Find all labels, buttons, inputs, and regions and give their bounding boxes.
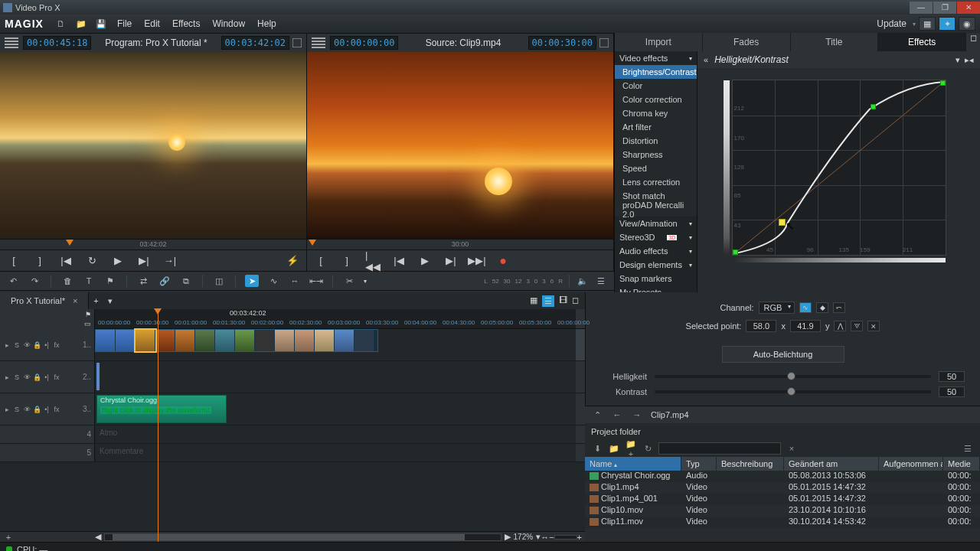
back-icon[interactable]: «: [704, 55, 708, 64]
menu-window[interactable]: Window: [206, 18, 251, 29]
fx-color-correction[interactable]: Color correction: [615, 93, 697, 106]
mark-out-icon[interactable]: ]: [339, 255, 354, 267]
title-icon[interactable]: T: [82, 275, 96, 287]
source-tc-in[interactable]: 00:00:00:00: [330, 36, 398, 50]
col-name[interactable]: Name ▴: [585, 457, 681, 471]
record-icon[interactable]: ●: [495, 255, 511, 267]
fx-color[interactable]: Color: [615, 79, 697, 93]
media-row[interactable]: Clip10.movVideo23.10.2014 10:10:1600:00:: [585, 505, 980, 517]
col-aufgenommen[interactable]: Aufgenommen am: [879, 457, 943, 471]
monitor-max-icon[interactable]: [292, 38, 302, 47]
media-row[interactable]: Clip1.mp4_001Video05.01.2015 14:47:3200:…: [585, 494, 980, 505]
track-header[interactable]: ▸S👁🔒•|fx3..: [0, 393, 95, 425]
mark-out-icon[interactable]: ]: [32, 255, 47, 267]
folder-icon[interactable]: 📁: [608, 444, 620, 454]
audio-clip[interactable]: Chrystal Choir.ogg Right click to displa…: [96, 395, 227, 423]
channel-dropdown[interactable]: RGB: [759, 302, 795, 314]
step-fwd-icon[interactable]: ▶|: [443, 255, 459, 267]
track-header[interactable]: 4: [0, 425, 95, 443]
contrast-value[interactable]: 50: [939, 386, 965, 397]
step-back-icon[interactable]: |◀: [391, 255, 407, 267]
nav-back-icon[interactable]: ←: [611, 410, 623, 419]
fxcat-snap[interactable]: Snap markers: [615, 272, 697, 285]
monitor-max-icon[interactable]: [599, 38, 609, 47]
play-icon[interactable]: ▶: [110, 255, 126, 267]
close-button[interactable]: ✕: [957, 2, 980, 14]
loop-icon[interactable]: ↻: [84, 255, 100, 267]
open-icon[interactable]: 📁: [74, 17, 88, 31]
fxcat-video[interactable]: Video effects▾: [615, 51, 697, 65]
add-tab-icon[interactable]: +: [89, 296, 103, 305]
lock-icon[interactable]: 🔒: [33, 341, 41, 349]
play-icon[interactable]: ▶: [417, 255, 433, 267]
trim-tool-icon[interactable]: ⇤⇥: [309, 275, 323, 287]
fxcat-stereo[interactable]: Stereo3D3D▾: [615, 230, 697, 244]
list-view-icon[interactable]: ☰: [962, 444, 974, 454]
compare-icon[interactable]: ▸◂: [965, 55, 974, 65]
curve-point-selected[interactable]: [779, 219, 786, 226]
menu-file[interactable]: File: [111, 18, 138, 29]
track-arrow-icon[interactable]: ▸: [3, 341, 11, 349]
fx-distortion[interactable]: Distortion: [615, 134, 697, 148]
vol-icon[interactable]: •|: [43, 341, 51, 349]
range-track-icon[interactable]: ▭: [84, 320, 91, 328]
arrow-tool-icon[interactable]: ➤: [245, 275, 259, 287]
refresh-icon[interactable]: ↻: [642, 444, 654, 454]
save-icon[interactable]: 💾: [94, 17, 108, 31]
goto-start-icon[interactable]: |◀◀: [365, 255, 381, 267]
ripple-icon[interactable]: ⇄: [136, 275, 150, 287]
fxcat-design[interactable]: Design elements▾: [615, 258, 697, 272]
program-tc-out[interactable]: 00:03:42:02: [221, 36, 289, 50]
source-tc-out[interactable]: 00:00:30:00: [528, 36, 596, 50]
path-field[interactable]: [658, 442, 781, 455]
fit-icon[interactable]: ↔: [541, 533, 549, 542]
link-icon[interactable]: 🔗: [158, 275, 172, 287]
fx-speed[interactable]: Speed: [615, 161, 697, 175]
monitor-menu-icon[interactable]: [5, 37, 18, 48]
tab-import[interactable]: Import: [615, 33, 703, 51]
settings-icon[interactable]: ◉: [959, 17, 975, 31]
view-max-icon[interactable]: ◻: [572, 295, 579, 307]
fxcat-audio[interactable]: Audio effects▾: [615, 244, 697, 258]
redo-icon[interactable]: ↷: [28, 275, 41, 287]
menu-effects[interactable]: Effects: [166, 18, 206, 29]
curve-tool-icon[interactable]: ∿: [266, 275, 280, 287]
brightness-slider[interactable]: [655, 375, 931, 378]
panel-max-icon[interactable]: ◻: [966, 33, 980, 51]
program-viewport[interactable]: [0, 52, 306, 239]
brightness-value[interactable]: 50: [939, 371, 965, 382]
track-header[interactable]: ▸ S 👁 🔒 •| fx 1..: [0, 329, 95, 360]
tab-fades[interactable]: Fades: [703, 33, 791, 51]
fx-art-filter[interactable]: Art filter: [615, 120, 697, 134]
goto-end-icon[interactable]: →|: [162, 255, 178, 267]
fx-brightness-contrast[interactable]: Brightness/Contrast: [615, 65, 697, 79]
minimize-button[interactable]: —: [910, 2, 933, 14]
point-up-icon[interactable]: ⋀: [834, 321, 846, 331]
curve-editor[interactable]: 212 170 128 85 43 45 96 135 159 211 ↖: [732, 80, 946, 256]
view-list-icon[interactable]: ☰: [542, 295, 554, 307]
point-down-icon[interactable]: ⩔: [851, 321, 863, 331]
timeline-tab[interactable]: Pro X Tutorial*×: [0, 292, 89, 309]
tab-menu-icon[interactable]: ▾: [103, 296, 117, 306]
eye-icon[interactable]: 👁: [23, 341, 31, 349]
point-x-input[interactable]: 58.0: [746, 320, 776, 332]
media-row[interactable]: Clip11.movVideo30.10.2014 14:53:4200:00:: [585, 517, 980, 528]
clip-fragment[interactable]: [96, 363, 100, 390]
collapse-icon[interactable]: ⌃: [591, 410, 603, 420]
marker-track-icon[interactable]: ⚑: [85, 311, 91, 318]
time-ruler[interactable]: 00:03:42:02 00:00:00:00 00:00:30:00 00:0…: [95, 309, 576, 328]
timeline-scrollbar[interactable]: + ◀ ▶ 172% ▾ ↔ − +: [0, 531, 585, 542]
monitor-menu-icon[interactable]: [312, 37, 325, 48]
solo-icon[interactable]: S: [13, 341, 21, 349]
playhead[interactable]: [158, 309, 158, 542]
contrast-slider[interactable]: [655, 390, 931, 393]
delete-icon[interactable]: 🗑: [60, 275, 74, 287]
new-folder-icon[interactable]: 📁+: [625, 439, 637, 458]
download-icon[interactable]: ⬇: [591, 444, 603, 454]
lightning-icon[interactable]: ⚡: [285, 255, 300, 267]
mixer-icon[interactable]: ☰: [594, 275, 608, 287]
goto-end-icon[interactable]: ▶▶|: [469, 255, 485, 267]
goto-start-icon[interactable]: |◀: [58, 255, 74, 267]
maximize-button[interactable]: ❐: [933, 2, 956, 14]
fx-track-icon[interactable]: fx: [53, 341, 60, 349]
